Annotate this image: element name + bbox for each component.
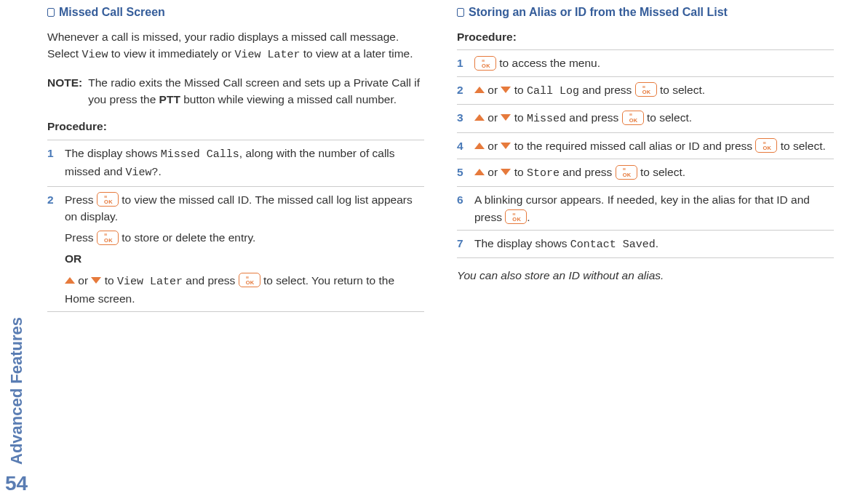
down-arrow-icon xyxy=(91,277,101,284)
down-arrow-icon xyxy=(501,87,511,93)
page: Advanced Features 54 Missed Call Screen … xyxy=(0,0,852,504)
step-7: 7 The display shows Contact Saved. xyxy=(457,230,834,259)
step-number: 3 xyxy=(457,109,469,128)
ok-button-icon: ≡OK xyxy=(622,111,644,125)
text: or xyxy=(485,140,501,152)
side-panel: Advanced Features 54 xyxy=(0,0,33,504)
step-sub: Press ≡OK to store or delete the entry. xyxy=(65,229,424,246)
intro-paragraph: Whenever a call is missed, your radio di… xyxy=(47,28,424,64)
text: to view it immediately or xyxy=(108,47,234,60)
mono-text: Missed Calls xyxy=(161,148,239,161)
heading-text: Missed Call Screen xyxy=(59,4,165,21)
down-arrow-icon xyxy=(501,114,511,121)
step-2: 2 Press ≡OK to view the missed call ID. … xyxy=(47,186,424,313)
up-arrow-icon xyxy=(474,143,485,149)
step-body: or to Call Log and press ≡OK to select. xyxy=(474,81,834,100)
text: to select. xyxy=(637,166,685,178)
mono-text: View? xyxy=(126,167,159,179)
text: The display shows xyxy=(474,237,570,249)
text: The display shows xyxy=(65,147,161,159)
mono-text: Store xyxy=(527,167,560,180)
mono-text: Call Log xyxy=(527,85,579,97)
text: to view at a later time. xyxy=(300,47,413,60)
text: Press xyxy=(65,231,97,244)
text: . xyxy=(527,211,530,223)
text: to xyxy=(511,84,527,96)
text: or xyxy=(485,111,501,124)
up-arrow-icon xyxy=(474,87,485,93)
section-label: Advanced Features xyxy=(7,317,26,465)
text: to xyxy=(511,111,527,124)
footnote: You can also store an ID without an alia… xyxy=(457,267,834,284)
text: and press xyxy=(183,274,239,287)
ok-button-icon: ≡OK xyxy=(505,209,527,224)
text: to access the menu. xyxy=(496,57,600,69)
heading-text: Storing an Alias or ID from the Missed C… xyxy=(469,4,728,21)
text: and press xyxy=(560,166,616,178)
step-body: or to Missed and press ≡OK to select. xyxy=(474,109,834,128)
text: button while viewing a missed call numbe… xyxy=(180,93,397,105)
step-4: 4 or to the required missed call alias o… xyxy=(457,132,834,159)
ok-button-icon: ≡OK xyxy=(474,56,496,71)
note-text: The radio exits the Missed Call screen a… xyxy=(88,74,424,108)
step-number: 5 xyxy=(457,164,469,183)
procedure-label: Procedure: xyxy=(457,28,834,45)
procedure-label: Procedure: xyxy=(47,118,424,135)
text: and press xyxy=(579,84,635,96)
section-heading-storing-alias: Storing an Alias or ID from the Missed C… xyxy=(457,4,834,21)
mono-text: View Later xyxy=(117,276,183,288)
text: to select. xyxy=(657,84,705,96)
bold-text: PTT xyxy=(159,93,180,105)
text: to store or delete the entry. xyxy=(119,231,255,244)
step-body: or to Store and press ≡OK to select. xyxy=(474,164,834,183)
step-1: 1 The display shows Missed Calls, along … xyxy=(47,140,424,186)
step-6: 6 A blinking cursor appears. If needed, … xyxy=(457,186,834,230)
step-number: 4 xyxy=(457,137,469,154)
up-arrow-icon xyxy=(474,114,485,121)
text: Press xyxy=(65,193,97,206)
ok-button-icon: ≡OK xyxy=(97,231,119,245)
down-arrow-icon xyxy=(501,143,511,149)
step-number: 2 xyxy=(457,81,469,100)
procedure-steps-right: 1 ≡OK to access the menu. 2 or to Call L… xyxy=(457,49,834,258)
text: or xyxy=(485,84,501,96)
ok-button-icon: ≡OK xyxy=(239,273,260,287)
step-number: 7 xyxy=(457,235,469,254)
text: and press xyxy=(566,111,622,124)
procedure-steps-left: 1 The display shows Missed Calls, along … xyxy=(47,140,424,313)
text: to xyxy=(101,274,117,287)
text: to select. xyxy=(644,111,692,124)
ok-button-icon: ≡OK xyxy=(635,82,657,97)
or-label: OR xyxy=(65,250,424,267)
text: or xyxy=(485,166,501,178)
ok-button-icon: ≡OK xyxy=(755,138,777,153)
ok-button-icon: ≡OK xyxy=(97,192,119,207)
doc-icon xyxy=(457,8,464,17)
step-number: 1 xyxy=(457,55,469,71)
left-column: Missed Call Screen Whenever a call is mi… xyxy=(47,4,424,489)
step-number: 2 xyxy=(47,191,59,308)
step-body: Press ≡OK to view the missed call ID. Th… xyxy=(65,191,424,308)
text: or xyxy=(75,274,91,287)
text: . xyxy=(159,165,162,177)
note-block: NOTE: The radio exits the Missed Call sc… xyxy=(47,74,424,108)
right-column: Storing an Alias or ID from the Missed C… xyxy=(457,4,834,489)
text: to select. xyxy=(777,140,825,152)
step-body: A blinking cursor appears. If needed, ke… xyxy=(474,191,834,225)
step-5: 5 or to Store and press ≡OK to select. xyxy=(457,159,834,187)
down-arrow-icon xyxy=(501,169,511,175)
step-3: 3 or to Missed and press ≡OK to select. xyxy=(457,104,834,132)
step-body: The display shows Missed Calls, along wi… xyxy=(65,145,424,182)
ok-button-icon: ≡OK xyxy=(616,165,637,180)
step-body: The display shows Contact Saved. xyxy=(474,235,834,254)
step-number: 6 xyxy=(457,191,469,225)
step-body: ≡OK to access the menu. xyxy=(474,55,834,71)
mono-text: View Later xyxy=(234,49,300,61)
mono-text: Missed xyxy=(527,113,566,125)
up-arrow-icon xyxy=(65,277,75,284)
up-arrow-icon xyxy=(474,169,485,175)
mono-text: Contact Saved xyxy=(570,239,656,251)
content-area: Missed Call Screen Whenever a call is mi… xyxy=(33,0,852,504)
step-2: 2 or to Call Log and press ≡OK to select… xyxy=(457,76,834,105)
text: to the required missed call alias or ID … xyxy=(511,140,755,152)
